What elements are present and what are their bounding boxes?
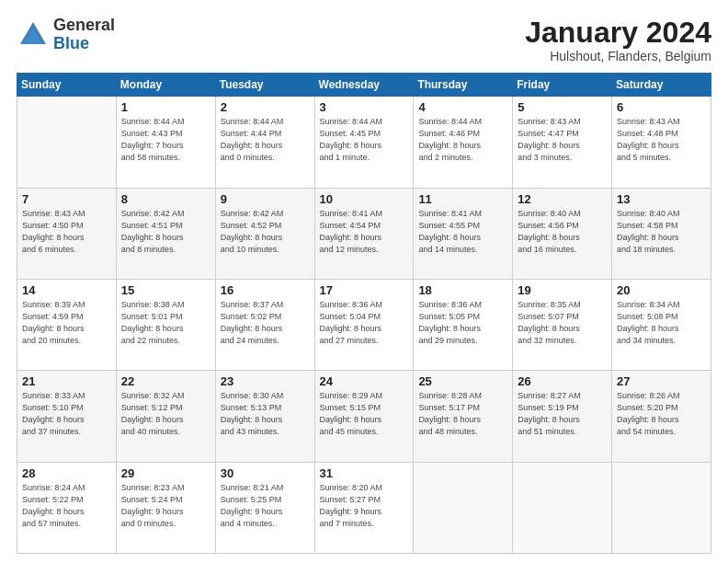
logo-blue: Blue — [53, 35, 115, 53]
table-row: 9Sunrise: 8:42 AM Sunset: 4:52 PM Daylig… — [215, 188, 314, 279]
day-info: Sunrise: 8:44 AM Sunset: 4:46 PM Dayligh… — [418, 116, 507, 164]
table-row: 27Sunrise: 8:26 AM Sunset: 5:20 PM Dayli… — [612, 371, 711, 462]
month-title: January 2024 — [525, 17, 711, 49]
day-number: 1 — [121, 100, 210, 114]
day-number: 3 — [320, 100, 409, 114]
table-row: 19Sunrise: 8:35 AM Sunset: 5:07 PM Dayli… — [513, 279, 612, 370]
day-info: Sunrise: 8:38 AM Sunset: 5:01 PM Dayligh… — [121, 299, 210, 347]
table-row: 7Sunrise: 8:43 AM Sunset: 4:50 PM Daylig… — [17, 188, 117, 279]
table-row: 14Sunrise: 8:39 AM Sunset: 4:59 PM Dayli… — [17, 279, 117, 370]
col-friday: Friday — [513, 74, 612, 97]
title-area: January 2024 Hulshout, Flanders, Belgium — [525, 17, 711, 63]
day-info: Sunrise: 8:26 AM Sunset: 5:20 PM Dayligh… — [617, 390, 706, 438]
table-row: 11Sunrise: 8:41 AM Sunset: 4:55 PM Dayli… — [414, 188, 513, 279]
day-info: Sunrise: 8:20 AM Sunset: 5:27 PM Dayligh… — [320, 482, 409, 530]
day-number: 11 — [418, 192, 507, 206]
table-row: 25Sunrise: 8:28 AM Sunset: 5:17 PM Dayli… — [414, 371, 513, 462]
day-info: Sunrise: 8:44 AM Sunset: 4:43 PM Dayligh… — [121, 116, 210, 164]
day-info: Sunrise: 8:40 AM Sunset: 4:56 PM Dayligh… — [518, 208, 607, 256]
table-row: 5Sunrise: 8:43 AM Sunset: 4:47 PM Daylig… — [513, 97, 612, 188]
day-info: Sunrise: 8:24 AM Sunset: 5:22 PM Dayligh… — [22, 482, 111, 530]
day-info: Sunrise: 8:41 AM Sunset: 4:55 PM Dayligh… — [418, 208, 507, 256]
table-row: 16Sunrise: 8:37 AM Sunset: 5:02 PM Dayli… — [215, 279, 314, 370]
calendar-week-row: 21Sunrise: 8:33 AM Sunset: 5:10 PM Dayli… — [17, 371, 711, 462]
calendar-week-row: 1Sunrise: 8:44 AM Sunset: 4:43 PM Daylig… — [17, 97, 711, 188]
day-number: 19 — [518, 283, 607, 297]
calendar-table: Sunday Monday Tuesday Wednesday Thursday… — [17, 73, 711, 554]
day-number: 13 — [617, 192, 706, 206]
day-number: 14 — [22, 283, 111, 297]
day-number: 23 — [221, 374, 310, 388]
table-row: 8Sunrise: 8:42 AM Sunset: 4:51 PM Daylig… — [116, 188, 215, 279]
day-number: 28 — [22, 466, 111, 480]
day-number: 18 — [418, 283, 507, 297]
day-info: Sunrise: 8:43 AM Sunset: 4:48 PM Dayligh… — [617, 116, 706, 164]
day-number: 27 — [617, 374, 706, 388]
col-saturday: Saturday — [612, 74, 711, 97]
day-info: Sunrise: 8:23 AM Sunset: 5:24 PM Dayligh… — [121, 482, 210, 530]
logo-text: General Blue — [53, 17, 115, 53]
day-number: 29 — [121, 466, 210, 480]
table-row — [17, 97, 117, 188]
day-info: Sunrise: 8:36 AM Sunset: 5:04 PM Dayligh… — [320, 299, 409, 347]
day-number: 21 — [22, 374, 111, 388]
day-info: Sunrise: 8:43 AM Sunset: 4:50 PM Dayligh… — [22, 208, 111, 256]
day-info: Sunrise: 8:37 AM Sunset: 5:02 PM Dayligh… — [221, 299, 310, 347]
table-row: 20Sunrise: 8:34 AM Sunset: 5:08 PM Dayli… — [612, 279, 711, 370]
table-row: 15Sunrise: 8:38 AM Sunset: 5:01 PM Dayli… — [116, 279, 215, 370]
day-info: Sunrise: 8:44 AM Sunset: 4:45 PM Dayligh… — [320, 116, 409, 164]
day-number: 31 — [320, 466, 409, 480]
table-row: 28Sunrise: 8:24 AM Sunset: 5:22 PM Dayli… — [17, 462, 117, 553]
day-number: 7 — [22, 192, 111, 206]
day-info: Sunrise: 8:32 AM Sunset: 5:12 PM Dayligh… — [121, 390, 210, 438]
logo-general: General — [53, 17, 115, 35]
table-row: 21Sunrise: 8:33 AM Sunset: 5:10 PM Dayli… — [17, 371, 117, 462]
page: General Blue January 2024 Hulshout, Flan… — [0, 0, 728, 563]
table-row: 12Sunrise: 8:40 AM Sunset: 4:56 PM Dayli… — [513, 188, 612, 279]
day-number: 17 — [320, 283, 409, 297]
subtitle: Hulshout, Flanders, Belgium — [525, 49, 711, 63]
calendar-week-row: 7Sunrise: 8:43 AM Sunset: 4:50 PM Daylig… — [17, 188, 711, 279]
day-info: Sunrise: 8:40 AM Sunset: 4:58 PM Dayligh… — [617, 208, 706, 256]
day-number: 4 — [418, 100, 507, 114]
day-number: 22 — [121, 374, 210, 388]
day-info: Sunrise: 8:42 AM Sunset: 4:51 PM Dayligh… — [121, 208, 210, 256]
day-info: Sunrise: 8:35 AM Sunset: 5:07 PM Dayligh… — [518, 299, 607, 347]
table-row: 3Sunrise: 8:44 AM Sunset: 4:45 PM Daylig… — [314, 97, 414, 188]
day-number: 24 — [320, 374, 409, 388]
table-row: 13Sunrise: 8:40 AM Sunset: 4:58 PM Dayli… — [612, 188, 711, 279]
day-info: Sunrise: 8:41 AM Sunset: 4:54 PM Dayligh… — [320, 208, 409, 256]
table-row: 22Sunrise: 8:32 AM Sunset: 5:12 PM Dayli… — [116, 371, 215, 462]
table-row: 1Sunrise: 8:44 AM Sunset: 4:43 PM Daylig… — [116, 97, 215, 188]
col-monday: Monday — [116, 74, 215, 97]
day-number: 12 — [518, 192, 607, 206]
logo: General Blue — [17, 17, 115, 53]
day-info: Sunrise: 8:29 AM Sunset: 5:15 PM Dayligh… — [320, 390, 409, 438]
day-info: Sunrise: 8:33 AM Sunset: 5:10 PM Dayligh… — [22, 390, 111, 438]
day-number: 6 — [617, 100, 706, 114]
day-number: 5 — [518, 100, 607, 114]
day-number: 2 — [221, 100, 310, 114]
table-row — [612, 462, 711, 553]
day-info: Sunrise: 8:21 AM Sunset: 5:25 PM Dayligh… — [221, 482, 310, 530]
day-info: Sunrise: 8:44 AM Sunset: 4:44 PM Dayligh… — [221, 116, 310, 164]
table-row: 17Sunrise: 8:36 AM Sunset: 5:04 PM Dayli… — [314, 279, 414, 370]
day-info: Sunrise: 8:39 AM Sunset: 4:59 PM Dayligh… — [22, 299, 111, 347]
day-number: 15 — [121, 283, 210, 297]
table-row: 23Sunrise: 8:30 AM Sunset: 5:13 PM Dayli… — [215, 371, 314, 462]
col-thursday: Thursday — [414, 74, 513, 97]
col-wednesday: Wednesday — [314, 74, 414, 97]
day-info: Sunrise: 8:34 AM Sunset: 5:08 PM Dayligh… — [617, 299, 706, 347]
day-info: Sunrise: 8:43 AM Sunset: 4:47 PM Dayligh… — [518, 116, 607, 164]
table-row — [513, 462, 612, 553]
day-info: Sunrise: 8:36 AM Sunset: 5:05 PM Dayligh… — [418, 299, 507, 347]
day-number: 10 — [320, 192, 409, 206]
table-row: 30Sunrise: 8:21 AM Sunset: 5:25 PM Dayli… — [215, 462, 314, 553]
calendar-week-row: 14Sunrise: 8:39 AM Sunset: 4:59 PM Dayli… — [17, 279, 711, 370]
day-number: 9 — [221, 192, 310, 206]
table-row: 18Sunrise: 8:36 AM Sunset: 5:05 PM Dayli… — [414, 279, 513, 370]
day-info: Sunrise: 8:27 AM Sunset: 5:19 PM Dayligh… — [518, 390, 607, 438]
table-row: 31Sunrise: 8:20 AM Sunset: 5:27 PM Dayli… — [314, 462, 414, 553]
day-number: 20 — [617, 283, 706, 297]
table-row: 2Sunrise: 8:44 AM Sunset: 4:44 PM Daylig… — [215, 97, 314, 188]
